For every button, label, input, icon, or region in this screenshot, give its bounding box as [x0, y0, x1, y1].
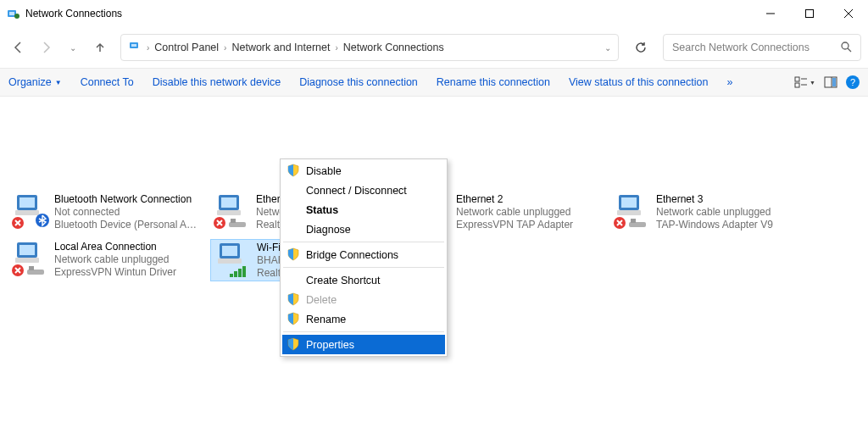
breadcrumb-item[interactable]: Network Connections [343, 42, 444, 53]
menu-delete: Delete [282, 290, 445, 309]
adapter-text: Ethernet 2Network cable unpluggedExpress… [456, 193, 573, 232]
menu-diagnose[interactable]: Diagnose [282, 220, 445, 239]
svg-rect-1 [9, 12, 14, 15]
svg-line-10 [848, 48, 851, 52]
help-button[interactable]: ? [846, 75, 860, 89]
shield-icon [287, 247, 300, 264]
adapter-icon [214, 242, 252, 279]
minimize-button[interactable] [751, 0, 790, 27]
adapter-name: Ethernet 3 [656, 193, 773, 206]
adapter-status: Network cable unplugged [456, 206, 573, 219]
svg-rect-51 [234, 271, 237, 277]
search-placeholder: Search Network Connections [672, 42, 840, 53]
shield-icon [287, 164, 300, 180]
svg-rect-36 [621, 197, 637, 208]
chevron-right-icon: › [224, 43, 226, 53]
adapter-text: Ethernet 3Network cable unpluggedTAP-Win… [656, 193, 773, 232]
adapter-device: Bluetooth Device (Personal Area ... [54, 219, 198, 231]
adapter-status: Network cable unplugged [54, 253, 176, 266]
up-button[interactable] [88, 36, 112, 59]
connect-to-button[interactable]: Connect To [81, 76, 134, 88]
svg-rect-8 [131, 44, 136, 47]
close-button[interactable] [829, 0, 868, 27]
menu-connect[interactable]: Connect / Disconnect [282, 181, 445, 200]
adapter-icon [614, 193, 651, 231]
svg-rect-24 [221, 197, 236, 208]
dropdown-icon: ▼ [55, 79, 62, 86]
adapter-device: TAP-Windows Adapter V9 [656, 219, 773, 231]
adapter-item[interactable]: Bluetooth Network ConnectionNot connecte… [8, 192, 202, 234]
rename-button[interactable]: Rename this connection [437, 76, 550, 88]
nav-row: ⌄ › Control Panel › Network and Internet… [0, 27, 868, 68]
menu-bridge[interactable]: Bridge Connections [282, 245, 445, 264]
svg-rect-50 [230, 274, 233, 277]
refresh-button[interactable] [627, 34, 654, 61]
view-status-button[interactable]: View status of this connection [569, 76, 708, 88]
svg-rect-37 [617, 210, 641, 215]
menu-shortcut[interactable]: Create Shortcut [282, 270, 445, 290]
overflow-button[interactable]: » [726, 76, 732, 88]
organize-menu[interactable]: Organize▼ [8, 76, 62, 88]
chevron-right-icon: › [147, 43, 149, 53]
adapter-status: Network cable unplugged [656, 206, 773, 219]
svg-rect-12 [795, 83, 799, 87]
svg-rect-46 [29, 266, 34, 270]
command-bar: Organize▼ Connect To Disable this networ… [0, 68, 868, 97]
diagnose-button[interactable]: Diagnose this connection [299, 76, 418, 88]
svg-rect-53 [242, 266, 246, 277]
forward-button[interactable] [34, 36, 58, 59]
search-icon [840, 41, 852, 55]
adapter-icon [214, 193, 251, 231]
shield-icon [287, 337, 300, 353]
svg-rect-42 [19, 245, 35, 255]
adapter-device: ExpressVPN Wintun Driver [54, 266, 176, 279]
adapter-text: Bluetooth Network ConnectionNot connecte… [54, 193, 198, 232]
back-button[interactable] [7, 36, 31, 59]
adapter-status: Not connected [54, 206, 198, 219]
adapter-name: Local Area Connection [54, 241, 176, 253]
shield-icon [287, 292, 300, 308]
computer-icon [128, 40, 142, 56]
menu-separator [283, 331, 444, 332]
app-icon [7, 7, 20, 20]
svg-rect-28 [231, 219, 236, 223]
maximize-button[interactable] [790, 0, 829, 27]
search-input[interactable]: Search Network Connections [663, 34, 861, 61]
menu-separator [283, 242, 444, 242]
svg-rect-19 [19, 197, 35, 208]
svg-rect-11 [795, 77, 799, 81]
chevron-right-icon: › [335, 43, 337, 53]
breadcrumb-item[interactable]: Network and Internet [231, 42, 330, 53]
menu-properties[interactable]: Properties [282, 335, 445, 354]
menu-disable[interactable]: Disable [282, 161, 445, 181]
adapter-list: Bluetooth Network ConnectionNot connecte… [0, 97, 868, 107]
adapter-icon [12, 241, 49, 278]
adapter-name: Ethernet 2 [456, 193, 573, 206]
view-mode-button[interactable]: ▼ [794, 75, 815, 89]
adapter-item[interactable]: Local Area ConnectionNetwork cable unplu… [8, 239, 202, 281]
context-menu: Disable Connect / Disconnect Status Diag… [280, 158, 448, 357]
disable-device-button[interactable]: Disable this network device [153, 76, 281, 88]
svg-rect-43 [15, 258, 39, 263]
menu-rename[interactable]: Rename [282, 309, 445, 329]
svg-rect-17 [832, 78, 836, 86]
adapter-device: ExpressVPN TAP Adapter [456, 219, 573, 231]
breadcrumb-item[interactable]: Control Panel [154, 42, 219, 53]
adapter-item[interactable]: Ethernet 3Network cable unpluggedTAP-Win… [610, 192, 804, 234]
svg-rect-52 [238, 269, 242, 277]
adapter-icon [12, 193, 49, 231]
adapter-name: Bluetooth Network Connection [54, 193, 198, 206]
svg-rect-20 [15, 210, 39, 215]
preview-pane-button[interactable] [824, 75, 837, 89]
address-dropdown[interactable]: ⌄ [604, 43, 611, 53]
svg-point-2 [14, 14, 19, 19]
shield-icon [287, 312, 300, 328]
svg-rect-48 [222, 246, 237, 256]
svg-rect-40 [631, 219, 636, 223]
window-title: Network Connections [25, 8, 122, 19]
svg-rect-4 [806, 10, 814, 18]
adapter-text: Local Area ConnectionNetwork cable unplu… [54, 241, 176, 280]
recent-dropdown[interactable]: ⌄ [61, 36, 85, 59]
address-bar[interactable]: › Control Panel › Network and Internet ›… [120, 34, 619, 61]
menu-status[interactable]: Status [282, 200, 445, 220]
